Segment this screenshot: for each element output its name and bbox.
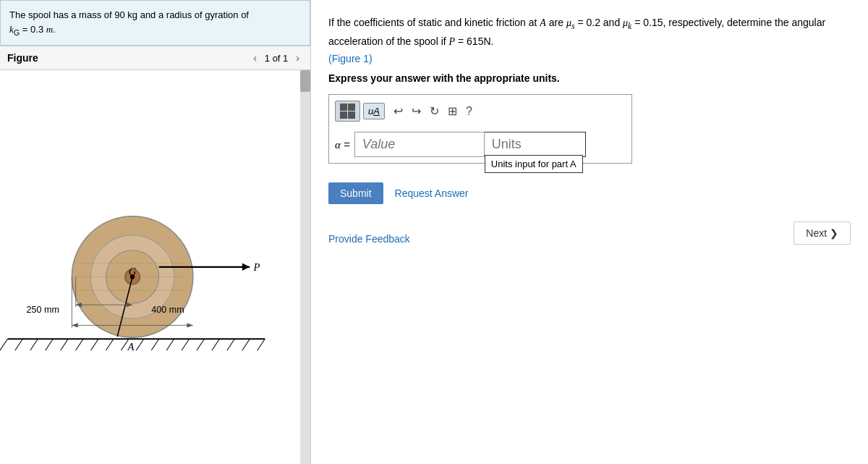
figure-nav: ‹ 1 of 1 › — [250, 51, 303, 65]
svg-line-15 — [212, 339, 219, 351]
units-input[interactable] — [485, 132, 586, 157]
redo-button[interactable]: ↪ — [409, 103, 424, 119]
answer-input-row: α = Units input for part A — [335, 132, 626, 157]
unit-button[interactable]: uA — [363, 103, 385, 119]
svg-line-10 — [136, 339, 143, 351]
svg-line-3 — [30, 339, 38, 351]
svg-text:P: P — [253, 261, 260, 273]
answer-toolbar: uA ↩ ↪ ↻ ⊞ ? — [335, 101, 626, 126]
svg-line-11 — [151, 339, 158, 351]
figure-section: Figure ‹ 1 of 1 › — [0, 46, 310, 464]
provide-feedback-link[interactable]: Provide Feedback — [328, 233, 410, 245]
refresh-button[interactable]: ↻ — [427, 103, 442, 119]
figure-next-button[interactable]: › — [292, 51, 303, 65]
svg-text:250 mm: 250 mm — [27, 305, 59, 315]
svg-text:A: A — [127, 341, 135, 353]
fraction-button[interactable] — [335, 101, 360, 122]
undo-button[interactable]: ↩ — [391, 103, 406, 119]
svg-line-8 — [106, 339, 113, 351]
svg-line-5 — [61, 339, 68, 351]
figure-title: Figure — [7, 52, 38, 64]
spool-svg: G P 250 mm 400 mm A — [0, 70, 310, 464]
question-text: If the coefficients of static and kineti… — [328, 14, 851, 67]
svg-line-16 — [227, 339, 234, 351]
grid-icon — [340, 104, 355, 119]
svg-marker-29 — [242, 263, 250, 271]
submit-button[interactable]: Submit — [328, 182, 383, 204]
value-input[interactable] — [354, 132, 485, 157]
svg-line-2 — [15, 339, 22, 351]
keyboard-button[interactable]: ⊞ — [445, 103, 460, 119]
request-answer-link[interactable]: Request Answer — [395, 187, 469, 199]
figure-canvas: G P 250 mm 400 mm A — [0, 70, 310, 464]
alpha-equals-label: α = — [335, 138, 350, 151]
svg-line-17 — [242, 339, 250, 351]
figure-link[interactable]: (Figure 1) — [328, 53, 373, 64]
uA-underline: A — [373, 106, 380, 117]
figure-page: 1 of 1 — [265, 53, 289, 64]
svg-text:400 mm: 400 mm — [151, 305, 184, 315]
express-answer-label: Express your answer with the appropriate… — [328, 72, 851, 84]
figure-prev-button[interactable]: ‹ — [250, 51, 260, 65]
action-row: Submit Request Answer — [328, 182, 851, 204]
svg-line-14 — [197, 339, 204, 351]
svg-marker-43 — [72, 324, 77, 328]
svg-line-4 — [46, 339, 53, 351]
svg-line-7 — [91, 339, 98, 351]
figure-header: Figure ‹ 1 of 1 › — [0, 46, 310, 70]
svg-line-12 — [166, 339, 174, 351]
help-button[interactable]: ? — [463, 104, 475, 119]
svg-line-1 — [0, 339, 7, 351]
next-button[interactable]: Next ❯ — [793, 222, 851, 245]
figure-scrollbar[interactable] — [300, 70, 310, 464]
units-wrapper: Units input for part A — [485, 132, 586, 157]
problem-info-text: The spool has a mass of 90 kg and a radi… — [9, 9, 249, 20]
svg-marker-44 — [187, 324, 192, 328]
svg-line-6 — [76, 339, 83, 351]
scroll-thumb[interactable] — [300, 70, 310, 92]
svg-line-13 — [182, 339, 189, 351]
svg-line-18 — [258, 339, 265, 351]
problem-info-box: The spool has a mass of 90 kg and a radi… — [0, 0, 310, 46]
problem-kg-formula: kG = 0.3 m. — [9, 24, 56, 35]
left-panel: The spool has a mass of 90 kg and a radi… — [0, 0, 311, 464]
units-tooltip: Units input for part A — [485, 155, 583, 173]
right-panel: If the coefficients of static and kineti… — [311, 0, 868, 464]
bottom-row: Provide Feedback Next ❯ — [328, 219, 851, 245]
answer-box: uA ↩ ↪ ↻ ⊞ ? α = Units input for part A — [328, 94, 632, 164]
